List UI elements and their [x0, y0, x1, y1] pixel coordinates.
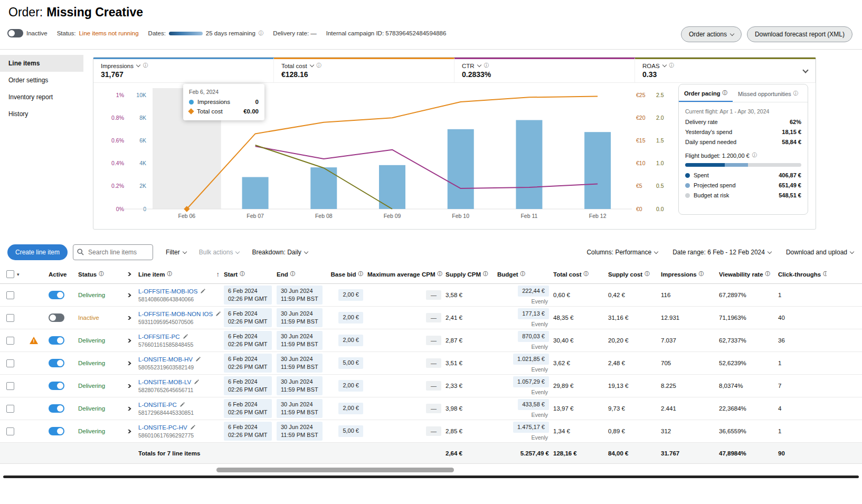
budget-field[interactable]: 222,44 € [518, 286, 549, 297]
max-avg-cpm-field[interactable]: — [426, 313, 441, 322]
base-bid-field[interactable]: 2,00 € [338, 380, 363, 391]
edit-pencil-icon[interactable] [179, 402, 185, 407]
end-date-field[interactable]: 30 Jun 202411:59 PM BST [277, 354, 323, 373]
col-viewability[interactable]: Viewability rateⓘ [719, 271, 778, 278]
edit-pencil-icon[interactable] [215, 311, 221, 317]
row-checkbox[interactable] [6, 427, 14, 435]
sidebar-item-history[interactable]: History [0, 106, 83, 122]
base-bid-field[interactable]: 2,00 € [338, 403, 363, 414]
download-forecast-button[interactable]: Download forecast report (XML) [747, 26, 852, 42]
edit-pencil-icon[interactable] [194, 379, 199, 385]
col-status[interactable]: Statusⓘ [78, 271, 127, 278]
pacing-tab-order-pacing[interactable]: Order pacingⓘ [679, 84, 733, 102]
col-supply-cpm[interactable]: Supply CPMⓘ [446, 271, 497, 278]
expand-chevron-icon[interactable] [127, 362, 131, 365]
col-supply-cost[interactable]: Supply costⓘ [608, 271, 661, 278]
budget-field[interactable]: 870,03 € [518, 331, 549, 342]
sidebar-item-line-items[interactable]: Line items [0, 55, 83, 72]
expand-chevron-icon[interactable] [127, 339, 131, 343]
end-date-field[interactable]: 30 Jun 202411:59 PM BST [277, 286, 323, 305]
expand-chevron-icon[interactable] [127, 293, 131, 297]
base-bid-field[interactable]: 2,00 € [338, 335, 363, 346]
col-clicks[interactable]: Click-throughsⓘ [778, 271, 827, 278]
create-line-item-button[interactable]: Create line item [7, 244, 68, 260]
col-active[interactable]: Active [49, 271, 78, 278]
warning-icon[interactable] [30, 337, 38, 344]
edit-pencil-icon[interactable] [190, 425, 195, 430]
active-toggle[interactable] [49, 313, 64, 322]
edit-pencil-icon[interactable] [183, 334, 188, 339]
expand-chevron-icon[interactable] [127, 384, 131, 388]
metric-tab-ctr[interactable]: CTRⓘ0.2833% [454, 58, 635, 82]
budget-field[interactable]: 177,13 € [518, 308, 549, 319]
end-date-field[interactable]: 30 Jun 202411:59 PM BST [277, 331, 323, 350]
download-upload-dropdown[interactable]: Download and upload [786, 249, 854, 256]
max-avg-cpm-field[interactable]: — [426, 290, 441, 300]
end-date-field[interactable]: 30 Jun 202411:59 PM BST [277, 308, 323, 328]
line-item-link[interactable]: L-ONSITE-PC-HV [138, 424, 187, 431]
select-all-checkbox[interactable] [6, 270, 14, 278]
chevron-down-icon[interactable] [662, 63, 666, 67]
budget-field[interactable]: 433,58 € [518, 399, 549, 410]
expand-chevron-icon[interactable] [127, 316, 131, 320]
columns-dropdown[interactable]: Columns: Performance [586, 249, 658, 256]
row-checkbox[interactable] [6, 405, 14, 413]
start-date-field[interactable]: 6 Feb 202402:26 PM GMT [224, 422, 272, 441]
start-date-field[interactable]: 6 Feb 202402:26 PM GMT [224, 286, 272, 305]
col-start[interactable]: Startⓘ [224, 271, 277, 278]
end-date-field[interactable]: 30 Jun 202411:59 PM BST [277, 376, 323, 396]
row-checkbox[interactable] [6, 337, 14, 345]
line-item-link[interactable]: L-ONSITE-PC [138, 402, 177, 408]
base-bid-field[interactable]: 2,00 € [338, 312, 363, 323]
line-item-link[interactable]: L-ONSITE-MOB-LV [138, 379, 191, 385]
metric-tab-roas[interactable]: ROASⓘ0.33 [635, 58, 816, 82]
chevron-down-icon[interactable] [309, 63, 314, 67]
start-date-field[interactable]: 6 Feb 202402:26 PM GMT [224, 308, 272, 328]
budget-field[interactable]: 1.057,29 € [513, 376, 549, 387]
sort-ascending-icon[interactable]: ↑ [216, 270, 220, 278]
end-date-field[interactable]: 30 Jun 202411:59 PM BST [277, 399, 323, 419]
metric-tab-impressions[interactable]: Impressionsⓘ31,767 [93, 58, 274, 82]
filter-dropdown[interactable]: Filter [166, 249, 186, 256]
col-impressions[interactable]: Impressionsⓘ [661, 271, 719, 278]
metric-tab-total-cost[interactable]: Total costⓘ€128.16 [274, 58, 454, 82]
start-date-field[interactable]: 6 Feb 202402:26 PM GMT [224, 331, 272, 350]
start-date-field[interactable]: 6 Feb 202402:26 PM GMT [224, 354, 272, 373]
horizontal-scrollbar[interactable] [216, 468, 454, 472]
row-checkbox[interactable] [6, 382, 14, 390]
order-actions-button[interactable]: Order actions [681, 26, 742, 42]
budget-field[interactable]: 1.021,85 € [513, 354, 549, 365]
pacing-tab-missed-opportunities[interactable]: Missed opportunitiesⓘ [733, 84, 803, 102]
max-avg-cpm-field[interactable]: — [426, 358, 441, 368]
col-budget[interactable]: Budgetⓘ [497, 271, 553, 278]
line-item-link[interactable]: L-OFFSITE-MOB-IOS [138, 288, 197, 294]
max-avg-cpm-field[interactable]: — [426, 426, 441, 436]
row-checkbox[interactable] [6, 314, 14, 322]
col-line-item[interactable]: Line itemⓘ↑ [138, 270, 224, 278]
sidebar-item-order-settings[interactable]: Order settings [0, 72, 83, 89]
line-item-link[interactable]: L-ONSITE-MOB-HV [138, 356, 193, 363]
max-avg-cpm-field[interactable]: — [426, 381, 441, 391]
line-item-link[interactable]: L-OFFSITE-PC [138, 334, 180, 340]
start-date-field[interactable]: 6 Feb 202402:26 PM GMT [224, 376, 272, 396]
sidebar-item-inventory-report[interactable]: Inventory report [0, 89, 83, 106]
col-base-bid[interactable]: Base bidⓘ [329, 271, 367, 278]
active-toggle[interactable] [49, 427, 64, 435]
chevron-down-icon[interactable] [477, 63, 481, 67]
col-total-cost[interactable]: Total costⓘ [553, 271, 608, 278]
end-date-field[interactable]: 30 Jun 202411:59 PM BST [277, 422, 323, 441]
budget-field[interactable]: 1.475,17 € [513, 422, 549, 433]
max-avg-cpm-field[interactable]: — [426, 404, 441, 413]
active-toggle[interactable] [49, 382, 64, 390]
search-input[interactable] [73, 244, 153, 260]
edit-pencil-icon[interactable] [195, 357, 201, 362]
expand-all-cell[interactable] [127, 272, 138, 276]
active-toggle[interactable] [49, 336, 64, 345]
col-end[interactable]: Endⓘ [277, 271, 329, 278]
date-range-dropdown[interactable]: Date range: 6 Feb - 12 Feb 2024 [672, 249, 771, 256]
active-toggle[interactable] [49, 291, 64, 299]
expand-chevron-icon[interactable] [127, 407, 131, 411]
active-toggle[interactable] [49, 404, 64, 413]
base-bid-field[interactable]: 5,00 € [338, 425, 363, 436]
line-item-link[interactable]: L-OFFSITE-MOB-NON IOS [138, 311, 213, 317]
